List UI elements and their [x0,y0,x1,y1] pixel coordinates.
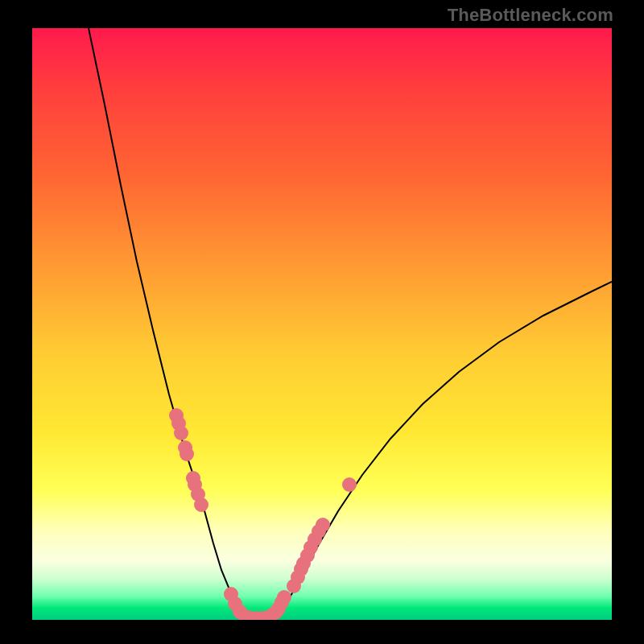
chart-svg [32,28,612,620]
curves-group [89,28,612,620]
curve-right-curve [274,282,612,618]
watermark-label: TheBottleneck.com [448,5,613,26]
curve-left-curve [89,28,243,618]
marker-point [316,518,330,532]
markers-group [169,408,357,620]
marker-point [194,497,208,512]
marker-point [174,426,188,440]
marker-point [342,477,357,492]
marker-point [180,447,194,461]
chart-frame: TheBottleneck.com [0,0,644,644]
plot-area [32,28,612,620]
marker-point [277,590,291,605]
